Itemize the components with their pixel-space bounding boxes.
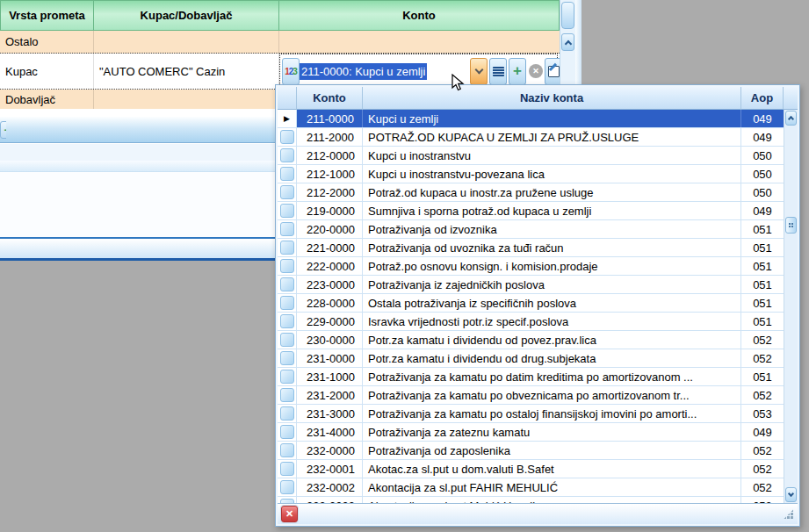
column-header-aop[interactable]: Aop <box>741 87 784 110</box>
lookup-row[interactable]: 212-2000Potraž.od kupaca u inostr.za pru… <box>278 183 784 202</box>
lookup-row[interactable]: 232-0001Akotac.za sl.put u dom.valuti B.… <box>278 460 784 478</box>
selected-text: 211-0000: Kupci u zemlji <box>300 63 427 80</box>
cell-aop: 052 <box>741 386 784 404</box>
row-indicator-icon <box>280 185 294 199</box>
cell-vrsta: Kupac <box>0 54 94 89</box>
cell-aop: 051 <box>741 220 784 238</box>
row-indicator-icon <box>280 443 294 457</box>
row-indicator <box>278 442 297 459</box>
lookup-scrollbar-track[interactable] <box>784 110 798 503</box>
column-header-konto[interactable]: Konto <box>297 87 363 110</box>
row-indicator-icon <box>280 333 294 347</box>
cell-aop: 050 <box>741 165 784 183</box>
cell-aop: 051 <box>741 276 784 293</box>
close-popup-button[interactable]: ✕ <box>281 506 298 522</box>
add-new-button[interactable]: + <box>509 58 526 85</box>
lookup-row[interactable]: 230-0000Potr.za kamatu i dividendu od po… <box>278 331 784 349</box>
cell-konto: 221-0000 <box>297 239 363 256</box>
row-indicator-icon <box>280 204 294 218</box>
lookup-row[interactable]: 223-0000Potraživanja iz zajedničkih posl… <box>278 276 784 294</box>
mouse-cursor <box>451 74 466 93</box>
browse-list-button[interactable] <box>489 58 507 85</box>
row-indicator-icon <box>280 222 294 236</box>
lookup-row[interactable]: 211-2000POTRAŽ.OD KUPACA U ZEMLJI ZA PRU… <box>278 128 784 147</box>
edit-pencil-icon <box>548 66 560 77</box>
lookup-row[interactable]: 231-1000Potraživanja za kamatu po datim … <box>278 368 784 386</box>
list-icon <box>493 67 504 76</box>
window-bottom-edge <box>0 258 275 261</box>
cell-konto: 231-0000 <box>297 349 363 367</box>
row-indicator <box>278 276 297 293</box>
cell-naziv-konta: Potr.za kamatu i dividendu od povez.prav… <box>363 331 741 349</box>
cell-konto: 211-2000 <box>297 128 363 146</box>
cell-aop: 053 <box>741 405 784 422</box>
lookup-row[interactable]: 231-0000Potr.za kamatu i dividendu od dr… <box>278 349 784 368</box>
row-indicator-icon <box>280 296 294 310</box>
cell-naziv-konta: Akontacija za sl.put Mebić Husnija <box>363 497 741 503</box>
chevron-up-icon <box>564 40 571 47</box>
dropdown-open-button[interactable] <box>470 58 488 85</box>
row-indicator <box>278 220 297 238</box>
cell-partner: "AUTO COMERC" Cazin <box>94 54 279 89</box>
lookup-row[interactable]: 222-0000Potraž.po osnovu konsign. i komi… <box>278 257 784 276</box>
lookup-row[interactable]: 228-0000Ostala potraživanja iz specifičn… <box>278 294 784 313</box>
lookup-header-row: Konto Naziv konta Aop <box>278 87 798 110</box>
cell-naziv-konta: Akotac.za sl.put u dom.valuti B.Safet <box>363 460 741 478</box>
cell-aop: 051 <box>741 294 784 312</box>
resize-grip-icon[interactable] <box>784 509 794 520</box>
lookup-row[interactable]: 220-0000Potraživanja od izvoznika051 <box>278 220 784 239</box>
lookup-row[interactable]: 232-0000Potraživanja od zaposlenika052 <box>278 442 784 460</box>
lookup-row[interactable]: 232-0003Akontacija za sl.put Mebić Husni… <box>278 497 784 503</box>
column-header-vrsta-prometa[interactable]: Vrsta prometa <box>0 0 94 31</box>
konto-text-input[interactable]: 211-0000: Kupci u zemlji <box>300 58 467 85</box>
lookup-row[interactable]: 231-3000Potraživanja za kamatu po ostalo… <box>278 405 784 423</box>
cell-aop: 051 <box>741 239 784 256</box>
edit-button[interactable] <box>545 58 560 85</box>
row-indicator-icon <box>280 388 294 402</box>
cell-aop: 052 <box>741 497 784 503</box>
cell-konto: 231-3000 <box>297 405 363 422</box>
row-indicator <box>278 202 297 219</box>
scroll-down-button[interactable] <box>785 487 797 502</box>
chevron-down-icon <box>788 491 794 497</box>
grid-row-ostalo[interactable]: Ostalo <box>0 31 560 54</box>
cell-aop: 049 <box>741 110 784 127</box>
lookup-row[interactable]: 212-0000Kupci u inostranstvu050 <box>278 147 784 165</box>
lookup-row[interactable]: 231-2000Potraživanja za kamatu po obvezn… <box>278 386 784 405</box>
cell-konto: 231-1000 <box>297 368 363 385</box>
row-indicator: ▶ <box>278 110 297 127</box>
partial-add-button: + <box>0 121 6 139</box>
close-icon: ✕ <box>285 508 293 520</box>
lookup-row[interactable]: 229-0000Isravka vrijednosti potr.iz spec… <box>278 313 784 331</box>
lookup-rows-container: ▶211-0000Kupci u zemlji049211-2000POTRAŽ… <box>278 110 784 503</box>
background-strip <box>0 144 275 161</box>
cell-konto <box>279 31 560 53</box>
lookup-row[interactable]: 212-1000Kupci u inostranstvu-povezana li… <box>278 165 784 183</box>
lookup-row[interactable]: 221-0000Potraživanja od uvoznika za tuđi… <box>278 239 784 257</box>
lookup-row[interactable]: ▶211-0000Kupci u zemlji049 <box>278 110 784 128</box>
main-grid-scroll-up-button[interactable] <box>561 33 574 51</box>
cell-aop: 051 <box>741 257 784 275</box>
column-header-naziv-konta[interactable]: Naziv konta <box>363 87 741 110</box>
cell-vrsta: Dobavljač <box>0 90 94 109</box>
scrollbar-thumb[interactable] <box>785 217 797 234</box>
clear-button[interactable]: ✕ <box>529 64 543 78</box>
row-indicator <box>278 386 297 404</box>
cell-konto: 222-0000 <box>297 257 363 275</box>
cell-konto: 211-0000 <box>297 110 363 127</box>
cell-naziv-konta: Ostala potraživanja iz specifičnih poslo… <box>363 294 741 312</box>
lookup-row[interactable]: 232-0002Akontacija za sl.put FAHIR MEHUL… <box>278 478 784 497</box>
column-header-konto[interactable]: Konto <box>279 0 560 31</box>
column-header-kupac-dobavljac[interactable]: Kupac/Dobavljač <box>94 0 279 31</box>
cell-naziv-konta: Kupci u zemlji <box>363 110 741 127</box>
row-indicator <box>278 405 297 422</box>
cell-naziv-konta: Potraživanja od izvoznika <box>363 220 741 238</box>
cell-aop: 049 <box>741 423 784 441</box>
lookup-row[interactable]: 231-4000Potraživanja za zateznu kamatu04… <box>278 423 784 442</box>
row-indicator-icon <box>280 277 294 291</box>
scroll-up-button[interactable] <box>785 111 797 126</box>
cell-konto: 231-4000 <box>297 423 363 441</box>
cell-naziv-konta: Potraž.od kupaca u inostr.za pružene usl… <box>363 183 741 201</box>
lookup-row[interactable]: 219-0000Sumnjiva i sporna potraž.od kupa… <box>278 202 784 220</box>
cell-konto: 212-2000 <box>297 183 363 201</box>
